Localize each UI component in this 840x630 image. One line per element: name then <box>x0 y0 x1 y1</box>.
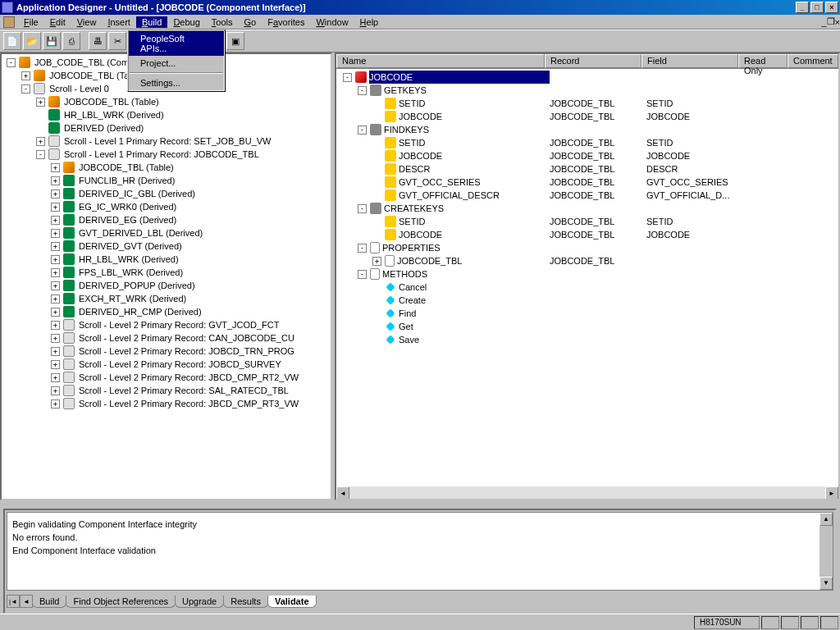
expander-icon[interactable]: - <box>358 244 367 253</box>
expander-icon[interactable]: + <box>51 189 60 199</box>
expander-icon[interactable]: + <box>51 268 60 277</box>
tree-row[interactable]: +Scroll - Level 1 Primary Record: SET_JO… <box>3 135 331 148</box>
tree-row[interactable]: +DERIVED_POPUP (Derived) <box>3 279 331 292</box>
ci-row[interactable]: DESCRJOBCODE_TBLDESCR <box>338 162 838 176</box>
ci-tree[interactable]: -JOBCODE-GETKEYSSETIDJOBCODE_TBLSETIDJOB… <box>336 69 838 486</box>
expander-icon[interactable]: + <box>21 71 30 80</box>
expander-icon[interactable]: + <box>51 334 60 343</box>
expander-icon[interactable]: + <box>372 257 381 266</box>
mdi-close-button[interactable]: × <box>835 17 840 27</box>
scroll-up-icon[interactable]: ▲ <box>819 513 833 526</box>
expander-icon[interactable]: + <box>51 216 60 225</box>
tree-row[interactable]: +GVT_DERIVED_LBL (Derived) <box>3 226 331 240</box>
tree-row[interactable]: +Scroll - Level 2 Primary Record: GVT_JC… <box>3 318 331 331</box>
expander-icon[interactable]: + <box>51 242 60 251</box>
misc-button-3[interactable]: ▣ <box>226 32 244 50</box>
ci-row[interactable]: -GETKEYS <box>338 84 838 97</box>
ci-row[interactable]: SETIDJOBCODE_TBLSETID <box>338 97 838 110</box>
menu-debug[interactable]: Debug <box>167 16 205 28</box>
tree-row[interactable]: +DERIVED_IC_GBL (Derived) <box>3 187 331 200</box>
expander-icon[interactable]: + <box>51 176 60 185</box>
tree-row[interactable]: +FUNCLIB_HR (Derived) <box>3 174 331 187</box>
col-name[interactable]: Name <box>336 54 545 68</box>
menu-settings[interactable]: Settings... <box>129 75 224 90</box>
ci-row[interactable]: -FINDKEYS <box>338 123 838 136</box>
expander-icon[interactable]: - <box>358 86 367 95</box>
ci-row[interactable]: -CREATEKEYS <box>338 202 838 215</box>
tree-row[interactable]: +Scroll - Level 2 Primary Record: CAN_JO… <box>3 331 331 345</box>
expander-icon[interactable]: + <box>51 163 60 172</box>
ci-row[interactable]: Cancel <box>338 281 838 294</box>
ci-row[interactable]: GVT_OCC_SERIESJOBCODE_TBLGVT_OCC_SERIES <box>338 176 838 189</box>
scroll-right-icon[interactable]: ► <box>825 486 838 500</box>
menu-build[interactable]: Build <box>136 16 167 28</box>
ci-row[interactable]: Find <box>338 307 838 320</box>
expander-icon[interactable]: - <box>7 58 16 67</box>
ci-row[interactable]: Get <box>338 320 838 333</box>
tree-row[interactable]: +Scroll - Level 2 Primary Record: SAL_RA… <box>3 384 331 397</box>
menu-tools[interactable]: Tools <box>206 16 239 28</box>
menu-go[interactable]: Go <box>239 16 262 28</box>
output-vscroll[interactable]: ▲ ▼ <box>819 513 833 590</box>
expander-icon[interactable]: + <box>51 308 60 317</box>
ci-row[interactable]: Save <box>338 333 838 346</box>
tree-row[interactable]: +FPS_LBL_WRK (Derived) <box>3 266 331 279</box>
tree-row[interactable]: +EG_IC_WRK0 (Derived) <box>3 200 331 213</box>
minimize-button[interactable]: _ <box>796 2 809 13</box>
expander-icon[interactable]: + <box>51 373 60 382</box>
close-button[interactable]: × <box>825 2 838 13</box>
expander-icon[interactable]: + <box>51 321 60 330</box>
expander-icon[interactable]: + <box>51 399 60 409</box>
col-record[interactable]: Record <box>545 54 641 68</box>
tree-row[interactable]: DERIVED (Derived) <box>3 121 331 135</box>
ci-row[interactable]: Create <box>338 294 838 307</box>
menu-favorites[interactable]: Favorites <box>262 16 310 28</box>
tab-nav-prev[interactable]: ◄ <box>20 595 33 608</box>
menu-view[interactable]: View <box>71 16 103 28</box>
menu-help[interactable]: Help <box>354 16 385 28</box>
ci-row[interactable]: SETIDJOBCODE_TBLSETID <box>338 136 838 149</box>
expander-icon[interactable]: - <box>358 270 367 279</box>
expander-icon[interactable]: + <box>51 229 60 238</box>
tree-row[interactable]: HR_LBL_WRK (Derived) <box>3 108 331 121</box>
tab-validate[interactable]: Validate <box>267 596 317 608</box>
tree-row[interactable]: +JOBCODE_TBL (Table) <box>3 95 331 108</box>
menu-insert[interactable]: Insert <box>102 16 136 28</box>
maximize-button[interactable]: □ <box>810 2 824 13</box>
col-field[interactable]: Field <box>641 54 738 68</box>
expander-icon[interactable]: - <box>36 150 45 159</box>
expander-icon[interactable]: + <box>51 203 60 212</box>
tree-row[interactable]: +Scroll - Level 2 Primary Record: JOBCD_… <box>3 358 331 371</box>
output-text[interactable]: Begin validating Component Interface int… <box>7 512 833 591</box>
tab-results[interactable]: Results <box>223 596 268 608</box>
scroll-left-icon[interactable]: ◄ <box>336 486 349 500</box>
expander-icon[interactable]: + <box>36 98 45 107</box>
expander-icon[interactable]: + <box>51 360 60 369</box>
scroll-down-icon[interactable]: ▼ <box>819 577 833 590</box>
mdi-restore-button[interactable]: ❐ <box>827 16 835 27</box>
open-button[interactable]: 📂 <box>23 32 41 50</box>
h-scrollbar[interactable]: ◄ ► <box>336 486 838 499</box>
component-tree[interactable]: -JOB_CODE_TBL (Component)+JOBCODE_TBL (T… <box>2 54 331 412</box>
tree-row[interactable]: +Scroll - Level 2 Primary Record: JBCD_C… <box>3 371 331 384</box>
cut-button[interactable]: ✂ <box>108 32 126 50</box>
menu-file[interactable]: File <box>18 16 44 28</box>
tab-nav-first[interactable]: |◄ <box>7 595 20 608</box>
tree-row[interactable]: +HR_LBL_WRK (Derived) <box>3 253 331 266</box>
expander-icon[interactable]: - <box>358 126 367 135</box>
tree-row[interactable]: +Scroll - Level 2 Primary Record: JBCD_C… <box>3 397 331 410</box>
tree-row[interactable]: +JOBCODE_TBL (Table) <box>3 161 331 174</box>
expander-icon[interactable]: + <box>51 386 60 395</box>
ci-row[interactable]: -PROPERTIES <box>338 241 838 254</box>
ci-row[interactable]: JOBCODEJOBCODE_TBLJOBCODE <box>338 110 838 123</box>
ci-row[interactable]: SETIDJOBCODE_TBLSETID <box>338 215 838 228</box>
ci-row[interactable]: +JOBCODE_TBLJOBCODE_TBL <box>338 254 838 267</box>
tree-row[interactable]: +DERIVED_GVT (Derived) <box>3 240 331 253</box>
ci-row[interactable]: JOBCODEJOBCODE_TBLJOBCODE <box>338 149 838 162</box>
expander-icon[interactable]: + <box>36 137 45 146</box>
expander-icon[interactable]: + <box>51 294 60 304</box>
tree-row[interactable]: +Scroll - Level 2 Primary Record: JOBCD_… <box>3 345 331 358</box>
ci-row[interactable]: -JOBCODE <box>338 71 838 84</box>
menu-window[interactable]: Window <box>310 16 354 28</box>
ci-row[interactable]: JOBCODEJOBCODE_TBLJOBCODE <box>338 228 838 241</box>
